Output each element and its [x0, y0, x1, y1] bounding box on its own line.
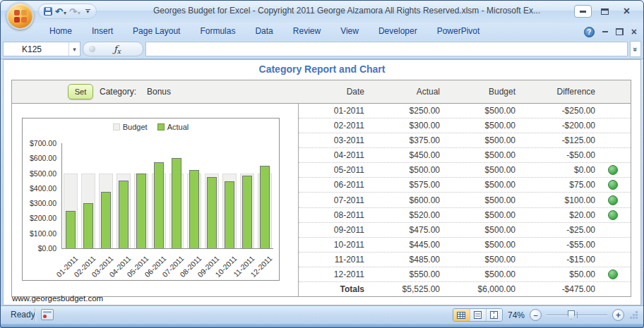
cell-actual: $300.00 — [364, 121, 440, 130]
close-button[interactable] — [618, 5, 636, 18]
normal-view-button[interactable] — [453, 309, 470, 321]
cell-budget: $6,000.00 — [440, 284, 515, 294]
ribbon-tab-insert[interactable]: Insert — [82, 23, 123, 40]
workbook-close-icon[interactable] — [631, 25, 637, 38]
minimize-button[interactable] — [574, 5, 592, 18]
office-button[interactable] — [6, 2, 34, 30]
zoom-level[interactable]: 74% — [508, 310, 525, 320]
formula-bar-input[interactable] — [145, 42, 628, 56]
formula-bar-row: K125 — [0, 40, 644, 59]
indicator-cell — [595, 165, 631, 175]
actual-bar — [101, 192, 111, 248]
maximize-icon — [601, 8, 609, 15]
ribbon-tab-developer[interactable]: Developer — [369, 23, 427, 40]
ribbon-right-controls — [584, 25, 637, 38]
indicator-cell — [595, 210, 631, 220]
save-button[interactable] — [44, 7, 52, 16]
undo-dropdown-arrow-icon[interactable] — [64, 5, 66, 18]
workbook-minimize-icon[interactable] — [602, 31, 608, 32]
green-indicator-icon — [608, 195, 618, 205]
resize-grip[interactable] — [629, 310, 638, 320]
name-box-value: K125 — [4, 44, 68, 54]
indicator-cell — [595, 195, 631, 205]
zoom-out-button[interactable] — [530, 309, 542, 321]
cell-difference: $20.00 — [515, 210, 595, 220]
macro-record-icon[interactable] — [41, 309, 54, 320]
name-box-dropdown-icon[interactable] — [68, 42, 80, 56]
page-layout-icon — [474, 311, 482, 319]
redo-button[interactable] — [69, 5, 80, 18]
cell-budget: $500.00 — [440, 150, 515, 160]
green-indicator-icon — [608, 165, 618, 175]
window-controls — [574, 5, 636, 18]
undo-icon — [55, 5, 63, 18]
cell-actual: $445.00 — [364, 240, 440, 250]
budget-chart: Budget Actual $700.00$600.00$500.00$400.… — [22, 118, 280, 281]
zoom-slider[interactable] — [547, 309, 607, 321]
table-row: 01-2011$250.00$500.00-$250.00 — [299, 104, 631, 119]
column-header-actual: Actual — [364, 87, 440, 97]
actual-bar — [242, 176, 252, 248]
normal-view-icon — [457, 312, 465, 319]
cell-actual: $485.00 — [364, 255, 440, 265]
cell-actual: $520.00 — [364, 210, 440, 220]
undo-button[interactable] — [55, 5, 66, 18]
zoom-in-button[interactable] — [612, 309, 624, 321]
save-icon — [44, 7, 52, 16]
ribbon-tab-home[interactable]: Home — [40, 23, 82, 40]
window-bottom-edge — [0, 324, 644, 328]
cell-difference: $100.00 — [515, 195, 595, 205]
redo-dropdown-arrow-icon — [78, 5, 80, 18]
workbook-restore-icon[interactable] — [616, 28, 624, 35]
customize-qat-button[interactable] — [85, 9, 90, 13]
cell-budget: $500.00 — [440, 106, 515, 116]
ribbon-tab-page-layout[interactable]: Page Layout — [123, 23, 190, 40]
totals-row: Totals$5,525.00$6,000.00-$475.00 — [299, 282, 631, 296]
ribbon-tab-review[interactable]: Review — [283, 23, 330, 40]
table-row: 08-2011$520.00$500.00$20.00 — [299, 208, 631, 223]
actual-bar — [119, 181, 129, 248]
column-header-date: Date — [299, 87, 364, 97]
expand-formula-bar-button[interactable] — [630, 41, 641, 57]
ribbon-tab-powerpivot[interactable]: PowerPivot — [427, 23, 490, 40]
ribbon-tab-view[interactable]: View — [330, 23, 369, 40]
worksheet: Category Report and Chart Set Category: … — [3, 59, 641, 305]
cell-actual: $5,525.00 — [364, 284, 440, 294]
column-header-difference: Difference — [515, 87, 595, 97]
office-logo-icon — [14, 10, 27, 23]
ribbon-tab-row: HomeInsertPage LayoutFormulasDataReviewV… — [0, 23, 644, 40]
totals-label: Totals — [299, 284, 364, 294]
table-row: 09-2011$475.00$500.00-$25.00 — [299, 223, 631, 238]
cell-budget: $500.00 — [440, 195, 515, 205]
help-icon[interactable] — [584, 27, 595, 37]
cell-date: 08-2011 — [299, 210, 364, 220]
category-table: 01-2011$250.00$500.00-$250.0002-2011$300… — [299, 104, 631, 296]
cell-date: 09-2011 — [299, 225, 364, 235]
cell-difference: -$475.00 — [515, 284, 595, 294]
cell-difference: -$15.00 — [515, 255, 595, 265]
green-indicator-icon — [608, 210, 618, 220]
page-break-preview-button[interactable] — [486, 309, 502, 321]
cell-difference: -$55.00 — [515, 240, 595, 250]
zoom-slider-thumb[interactable] — [568, 310, 575, 320]
page-layout-view-button[interactable] — [470, 309, 486, 321]
ribbon-tab-formulas[interactable]: Formulas — [190, 23, 245, 40]
ribbon-tab-data[interactable]: Data — [245, 23, 282, 40]
set-category-button[interactable]: Set — [68, 84, 93, 99]
cell-date: 05-2011 — [299, 165, 364, 175]
cell-budget: $500.00 — [440, 165, 515, 175]
name-box[interactable]: K125 — [3, 42, 80, 56]
table-row: 12-2011$550.00$500.00$50.00 — [299, 267, 631, 282]
ribbon-tabs: HomeInsertPage LayoutFormulasDataReviewV… — [40, 23, 489, 40]
maximize-button[interactable] — [596, 5, 614, 18]
cell-difference: -$50.00 — [515, 150, 595, 160]
category-value: Bonus — [147, 80, 171, 103]
actual-bar — [66, 211, 76, 248]
actual-bar — [154, 162, 164, 248]
cell-date: 10-2011 — [299, 240, 364, 250]
actual-bar — [83, 203, 93, 248]
insert-function-button[interactable] — [83, 42, 143, 56]
green-indicator-icon — [608, 180, 618, 190]
report-title: Category Report and Chart — [4, 63, 640, 75]
cell-date: 02-2011 — [299, 121, 364, 130]
